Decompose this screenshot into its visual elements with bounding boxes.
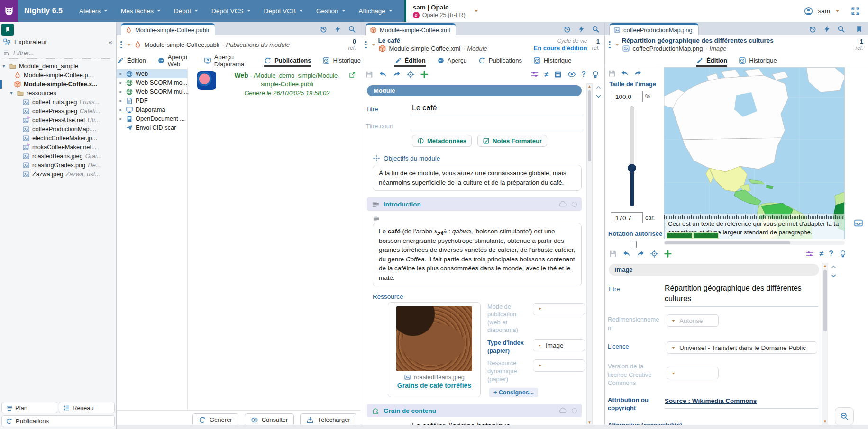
tab-publi-file[interactable]: Module-simple-Coffee.publi	[121, 23, 215, 35]
width-chars-input[interactable]: 170.7	[611, 212, 643, 223]
chevron-down-icon[interactable]	[831, 273, 837, 279]
tree-item[interactable]: Zazwa.jpegZazwa, ust...	[0, 170, 116, 179]
vertical-scrollbar[interactable]: ▲▼	[586, 83, 593, 426]
compare-icon[interactable]: ≠	[544, 71, 548, 78]
chevron-down-icon[interactable]	[371, 42, 376, 48]
kebab-menu-icon[interactable]	[607, 41, 612, 49]
type-index-select[interactable]: Image	[533, 339, 585, 351]
tab-apercu-web[interactable]: Aperçu Web	[157, 54, 192, 67]
save-icon[interactable]	[365, 70, 374, 79]
chevron-down-icon[interactable]	[126, 42, 132, 48]
chevron-down-icon[interactable]: ▾	[1, 63, 7, 69]
introduction-text[interactable]: Le café (de l'arabe قهوة : qahwa, 'boiss…	[373, 223, 582, 286]
slider-knob[interactable]	[628, 164, 636, 172]
metadata-button[interactable]: Métadonnées	[412, 135, 472, 147]
chevron-up-icon[interactable]	[595, 84, 602, 90]
compare-icon[interactable]: ≠	[819, 250, 823, 258]
tree-item[interactable]: coffeePress.jpegCafeti...	[0, 107, 116, 116]
kebab-menu-icon[interactable]	[363, 41, 369, 49]
chevron-right-icon[interactable]: ▸	[119, 98, 123, 103]
tree-item[interactable]: roastingGrades.pngDe...	[0, 161, 116, 170]
filters-sliders-icon[interactable]	[530, 70, 539, 79]
search-icon[interactable]	[837, 25, 845, 33]
image-titre-input[interactable]: Répartition géographique des différentes…	[665, 283, 818, 307]
chevron-down-icon[interactable]: ▾	[9, 90, 14, 96]
size-slider[interactable]	[630, 106, 634, 206]
menu-gestion[interactable]: Gestion	[310, 0, 353, 22]
tab-apercu[interactable]: Aperçu	[437, 54, 467, 67]
history-icon[interactable]	[563, 25, 571, 33]
paragraph-handle-icon[interactable]	[373, 214, 380, 222]
grain-section[interactable]: Grain de contenu	[367, 404, 582, 417]
tab-edition[interactable]: Édition	[117, 54, 146, 67]
lightning-icon[interactable]	[334, 25, 342, 33]
lightbulb-icon[interactable]	[839, 250, 847, 258]
tab-publications[interactable]: Publications	[264, 54, 311, 67]
ressource-dynamique-select[interactable]	[533, 359, 585, 372]
tree-item[interactable]: mokaCoffeeMaker.net...	[0, 143, 116, 152]
tree-item[interactable]: electricCoffeeMaker.jp...	[0, 134, 116, 143]
scroll-down-icon[interactable]: ▼	[822, 420, 828, 424]
publication-item-scorm-mono[interactable]: ▸Web SCORM mo...	[117, 78, 187, 87]
filter-input[interactable]: Filtrer...	[3, 49, 112, 59]
generate-button[interactable]: Générer	[192, 413, 238, 426]
user-name[interactable]: sam	[818, 8, 830, 15]
tab-edition[interactable]: Édition	[394, 54, 426, 67]
undo-icon[interactable]	[621, 69, 629, 78]
workspace-selector[interactable]: sam | Opale øOpale 25 (fr-FR)	[406, 0, 479, 22]
kebab-menu-icon[interactable]	[119, 41, 124, 49]
open-new-window-icon[interactable]	[348, 71, 356, 79]
redo-icon[interactable]	[633, 69, 642, 78]
tree-item[interactable]: coffeeProductionMap....	[0, 125, 116, 134]
size-percent-input[interactable]: 100.0	[611, 91, 643, 102]
chevron-right-icon[interactable]: ▸	[119, 80, 123, 85]
publication-item-pdf[interactable]: ▸PDF	[117, 96, 187, 105]
publication-item-web[interactable]: ▸Web	[117, 69, 187, 78]
scroll-up-icon[interactable]: ▲	[587, 84, 592, 89]
map-image-preview[interactable]: Ceci est un texte de référence qui vous …	[664, 67, 845, 239]
version-licence-select[interactable]	[667, 367, 719, 379]
publication-item-opendocument[interactable]: ▸OpenDocument ...	[117, 114, 187, 123]
tree-item[interactable]: coffeePressUse.netUti...	[0, 116, 116, 125]
save-icon[interactable]	[609, 250, 617, 258]
tree-item[interactable]: coffeeFruits.jpegFruits...	[0, 98, 116, 107]
menu-ateliers[interactable]: Ateliers	[73, 0, 115, 22]
chevron-right-icon[interactable]: ▸	[119, 107, 123, 112]
tree-item-selected[interactable]: Module-simple-Coffee.x...	[0, 80, 116, 89]
lightning-icon[interactable]	[577, 25, 585, 33]
tab-plan[interactable]: Plan	[1, 402, 57, 413]
chevron-up-icon[interactable]	[831, 264, 837, 270]
chevron-right-icon[interactable]: ▸	[119, 71, 123, 76]
consult-button[interactable]: Consulter	[245, 413, 294, 426]
fullscreen-icon[interactable]	[850, 6, 860, 16]
tab-historique[interactable]: Historique	[739, 54, 777, 67]
resource-title-link[interactable]: Grains de café torréfiés	[392, 382, 476, 389]
attribution-link[interactable]: Source : Wikimedia Commons	[665, 397, 757, 404]
chevron-right-icon[interactable]: ▸	[119, 116, 123, 121]
titre-input[interactable]: Le café	[411, 103, 583, 116]
zoom-out-button[interactable]	[835, 407, 854, 425]
radio-icon[interactable]	[572, 408, 577, 413]
menu-depot-vcb[interactable]: Dépôt VCB	[258, 0, 311, 22]
help-icon[interactable]: ?	[581, 71, 586, 78]
search-icon[interactable]	[592, 25, 600, 33]
menu-depot[interactable]: Dépôt	[168, 0, 205, 22]
licence-select[interactable]: Universel - Transfert dans le Domaine Pu…	[667, 341, 817, 354]
chevron-down-icon[interactable]	[595, 93, 602, 99]
add-icon[interactable]	[664, 250, 672, 258]
tab-image-file[interactable]: coffeeProductionMap.png	[609, 23, 699, 35]
search-icon[interactable]	[348, 25, 356, 33]
menu-mes-taches[interactable]: Mes tâches	[115, 0, 168, 22]
chevron-down-icon[interactable]	[473, 8, 479, 14]
chevron-right-icon[interactable]: ▸	[119, 89, 123, 94]
save-icon[interactable]	[608, 69, 616, 78]
tab-module-file[interactable]: Module-simple-Coffee.xml	[365, 23, 456, 35]
outline-list-icon[interactable]	[554, 70, 562, 79]
radio-icon[interactable]	[572, 202, 577, 207]
publication-item-diaporama[interactable]: ▸Diaporama	[117, 105, 187, 114]
resource-card[interactable]: roastedBeans.jpeg Grains de café torréfi…	[388, 302, 481, 398]
redo-icon[interactable]	[393, 70, 401, 79]
publication-item-envoi-cid[interactable]: Envoi CID scar	[117, 123, 187, 132]
history-icon[interactable]	[320, 25, 328, 33]
mode-publication-select[interactable]	[533, 303, 585, 315]
